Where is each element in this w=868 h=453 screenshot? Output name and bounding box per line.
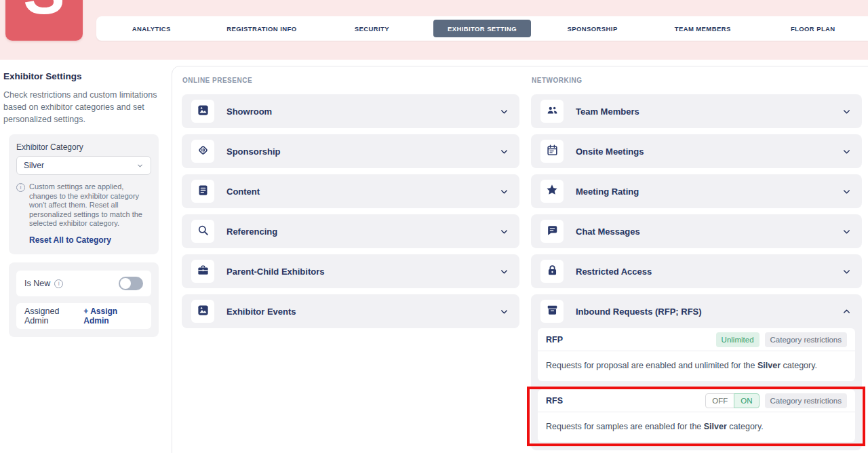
icon-tile [540,140,564,163]
chevron-down-icon [499,106,509,117]
tab-sponsorship[interactable]: SPONSORSHIP [543,20,642,37]
accordion-exhibitor-events: Exhibitor Events [182,294,519,328]
chevron-down-icon [499,267,509,277]
tab-team-members[interactable]: TEAM MEMBERS [654,20,752,37]
accordion-parent-child-exhibitors: Parent-Child Exhibitors [182,254,519,288]
accordion-restricted-access: Restricted Access [531,254,862,288]
networking-column: NETWORKING Team Members Onsite Meetings … [531,74,862,453]
chevron-down-icon [842,267,852,277]
main-tab-bar: ANALYTICSREGISTRATION INFOSECURITYEXHIBI… [96,16,868,41]
custom-settings-note: i Custom settings are applied, changes t… [16,182,151,229]
accordion-team-members: Team Members [531,94,862,128]
icon-tile [191,220,214,243]
accordion-header[interactable]: Meeting Rating [531,174,862,208]
assign-admin-button[interactable]: + Assign Admin [83,307,143,326]
tab-registration-info[interactable]: REGISTRATION INFO [213,20,311,37]
page-description: Check restrictions and custom limitation… [3,89,163,125]
icon-tile [540,100,564,123]
briefcase-icon [197,264,210,279]
chevron-down-icon [842,146,852,157]
icon-tile [191,100,214,123]
accordion-referencing: Referencing [182,214,519,248]
assigned-admin-label: Assigned Admin [24,307,83,326]
icon-tile [540,220,564,243]
tab-analytics[interactable]: ANALYTICS [102,20,201,37]
org-logo[interactable]: S [5,0,83,41]
icon-tile [540,300,564,323]
rfs-off-button[interactable]: OFF [705,393,734,408]
exhibitor-category-card: Exhibitor Category Silver i Custom setti… [9,134,159,254]
search-icon [197,224,210,239]
accordion-onsite-meetings: Onsite Meetings [531,134,862,168]
accordion-header[interactable]: Restricted Access [531,254,862,288]
rfs-on-button[interactable]: ON [734,393,759,408]
custom-settings-note-text: Custom settings are applied, changes to … [29,182,151,229]
online-presence-column: ONLINE PRESENCE Showroom Sponsorship Con… [182,74,519,453]
people-icon [546,104,559,119]
accordion-header[interactable]: Sponsorship [182,134,519,168]
image-icon [197,104,210,119]
icon-tile [191,300,214,323]
is-new-toggle[interactable] [119,277,143,290]
accordion-meeting-rating: Meeting Rating [531,174,862,208]
accordion-header[interactable]: Inbound Requests (RFP; RFS) [531,294,862,328]
calendar-icon [546,144,559,159]
org-logo-letter: S [23,0,64,23]
reset-all-to-category-link[interactable]: Reset All to Category [29,235,151,245]
rfp-unlimited-badge: Unlimited [716,332,760,347]
chevron-down-icon [136,162,144,170]
accordion-header[interactable]: Exhibitor Events [182,294,519,328]
accordion-header[interactable]: Parent-Child Exhibitors [182,254,519,288]
rfp-label: RFP [546,335,711,344]
star-icon [545,183,559,199]
chevron-down-icon [499,186,509,197]
inbound-requests-body: RFP Unlimited Category restrictions Requ… [531,328,862,450]
icon-tile [540,260,564,283]
accordion-inbound-requests-rfp-rfs: Inbound Requests (RFP; RFS) RFP Unlimite… [531,294,862,450]
tab-exhibitor-setting[interactable]: EXHIBITOR SETTING [433,20,532,37]
accordion-header[interactable]: Referencing [182,214,519,248]
chevron-down-icon [499,307,509,317]
rfp-card: RFP Unlimited Category restrictions Requ… [538,328,855,381]
rfs-description: Requests for samples are enabled for the… [538,412,855,442]
accordion-header[interactable]: Team Members [531,94,862,128]
rfs-on-off-switch: OFF ON [705,393,759,408]
chat-icon [546,224,559,239]
rfp-description: Requests for proposal are enabled and un… [538,351,855,381]
rfs-category-restrictions-button[interactable]: Category restrictions [765,393,847,408]
accordion-header[interactable]: Onsite Meetings [531,134,862,168]
tab-security[interactable]: SECURITY [323,20,421,37]
icon-tile [191,260,214,283]
icon-tile [191,140,214,163]
image-icon [197,304,210,319]
exhibitor-category-select[interactable]: Silver [16,156,151,175]
rfs-label: RFS [546,396,700,406]
settings-sidebar: Exhibitor Settings Check restrictions an… [0,60,172,345]
rfp-category-restrictions-button[interactable]: Category restrictions [765,332,847,347]
admin-card: Is New i Assigned Admin + Assign Admin [9,262,159,337]
tab-floor-plan[interactable]: FLOOR PLAN [764,20,862,37]
chevron-down-icon [842,226,852,237]
chevron-down-icon [499,146,509,157]
exhibitor-category-value: Silver [24,161,44,170]
assigned-admin-row: Assigned Admin + Assign Admin [16,303,151,329]
handshake-icon [197,144,210,159]
accordion-header[interactable]: Chat Messages [531,214,862,248]
page-title: Exhibitor Settings [3,71,163,81]
archive-icon [546,304,559,319]
info-icon: i [16,183,25,192]
is-new-label: Is New [24,279,50,288]
accordion-header[interactable]: Showroom [182,94,519,128]
accordion-header[interactable]: Content [182,174,519,208]
document-icon [197,184,210,199]
chevron-down-icon [842,106,852,117]
accordion-sponsorship: Sponsorship [182,134,519,168]
section-title-online-presence: ONLINE PRESENCE [182,77,519,84]
exhibitor-settings-panel: ONLINE PRESENCE Showroom Sponsorship Con… [172,66,868,453]
info-icon: i [54,279,63,288]
accordion-chat-messages: Chat Messages [531,214,862,248]
icon-tile [540,180,564,203]
rfs-card: RFS OFF ON Category restrictions Request… [538,389,855,442]
exhibitor-category-label: Exhibitor Category [16,142,151,152]
chevron-down-icon [842,186,852,197]
